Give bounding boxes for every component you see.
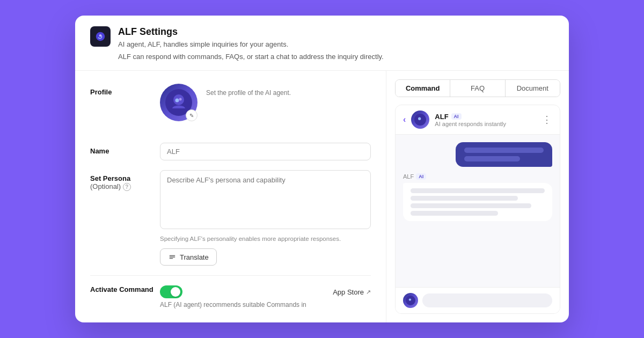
profile-caption: Set the profile of the AI agent.	[206, 84, 291, 97]
activate-toggle[interactable]	[160, 285, 182, 298]
settings-card: ALF Settings AI agent, ALF, handles simp…	[75, 16, 569, 322]
header-desc-line2: ALF can respond with commands, FAQs, or …	[118, 52, 384, 62]
activate-label: Activate Command	[90, 285, 160, 293]
chat-name: ALF AI	[435, 113, 537, 121]
profile-section: ✎ Set the profile of the AI agent.	[160, 84, 291, 121]
chat-avatar	[411, 111, 429, 129]
header-text: ALF Settings AI agent, ALF, handles simp…	[118, 26, 384, 62]
profile-label: Profile	[90, 84, 160, 96]
translate-button[interactable]: Translate	[160, 248, 217, 266]
translate-icon	[168, 253, 177, 261]
name-label: Name	[90, 143, 160, 155]
tab-command[interactable]: Command	[396, 80, 450, 97]
skeleton-line-1	[411, 188, 545, 193]
svg-point-4	[175, 99, 179, 102]
edit-avatar-button[interactable]: ✎	[186, 109, 197, 121]
chat-body: ALF AI	[396, 135, 560, 287]
profile-row: Profile ✎	[90, 84, 371, 133]
persona-textarea[interactable]	[160, 170, 371, 229]
persona-hint: Specifying ALF's personality enables mor…	[160, 234, 371, 243]
persona-help-icon[interactable]: ?	[123, 183, 131, 191]
svg-point-7	[418, 117, 421, 120]
activate-desc: ALF (AI agent) recommends suitable Comma…	[160, 300, 371, 310]
user-bubble	[456, 142, 552, 167]
chat-info: ALF AI AI agent responds instantly	[435, 113, 537, 127]
chat-header: ‹ ALF AI AI agent responds instantly	[396, 105, 560, 135]
alf-message-section: ALF AI	[403, 173, 552, 221]
chat-status: AI agent responds instantly	[435, 121, 537, 127]
ai-badge: AI	[451, 113, 462, 120]
svg-point-9	[409, 298, 411, 300]
svg-point-1	[99, 34, 102, 37]
app-store-label: App Store	[333, 288, 364, 296]
skeleton-line-2	[411, 196, 518, 201]
header-desc-line1: AI agent, ALF, handles simple inquiries …	[118, 39, 384, 50]
alf-ai-badge: AI	[416, 173, 426, 180]
toggle-wrap	[160, 285, 182, 298]
name-row: Name	[90, 143, 371, 160]
chat-preview: ‹ ALF AI AI agent responds instantly	[395, 105, 560, 314]
card-header: ALF Settings AI agent, ALF, handles simp…	[75, 16, 569, 71]
page-title: ALF Settings	[118, 26, 384, 38]
persona-input-wrap: Specifying ALF's personality enables mor…	[160, 170, 371, 266]
card-body: Profile ✎	[75, 71, 569, 322]
name-input[interactable]	[160, 143, 371, 160]
back-arrow-icon[interactable]: ‹	[403, 115, 406, 124]
persona-label: Set Persona (Optional) ?	[90, 170, 160, 191]
footer-avatar	[403, 293, 418, 308]
activate-content: App Store ↗ ALF (AI agent) recommends su…	[160, 285, 371, 310]
right-panel: Command FAQ Document ‹	[386, 71, 569, 322]
bubble-line-2	[464, 156, 520, 161]
profile-avatar-wrap: ✎	[160, 84, 197, 121]
activate-top: App Store ↗	[160, 285, 371, 298]
chat-footer	[396, 287, 560, 313]
toggle-knob	[171, 287, 180, 297]
footer-input-area	[422, 293, 552, 307]
tabs-row: Command FAQ Document	[395, 79, 560, 97]
skeleton-line-4	[411, 211, 498, 216]
external-link-icon: ↗	[366, 289, 371, 296]
tab-faq[interactable]: FAQ	[450, 80, 505, 97]
tab-document[interactable]: Document	[506, 80, 560, 97]
app-store-link[interactable]: App Store ↗	[333, 288, 371, 296]
alf-msg-label: ALF AI	[403, 173, 552, 180]
alf-logo-icon	[90, 26, 111, 47]
left-panel: Profile ✎	[75, 71, 386, 322]
skeleton-line-3	[411, 203, 531, 208]
name-input-wrap	[160, 143, 371, 160]
svg-point-5	[179, 98, 182, 101]
persona-row: Set Persona (Optional) ? Specifying ALF'…	[90, 170, 371, 266]
activate-row: Activate Command App Store ↗ ALF	[90, 275, 371, 310]
alf-bubble	[403, 183, 552, 221]
more-options-icon[interactable]: ⋮	[542, 114, 552, 126]
translate-label: Translate	[180, 253, 209, 261]
bubble-line-1	[464, 148, 544, 153]
